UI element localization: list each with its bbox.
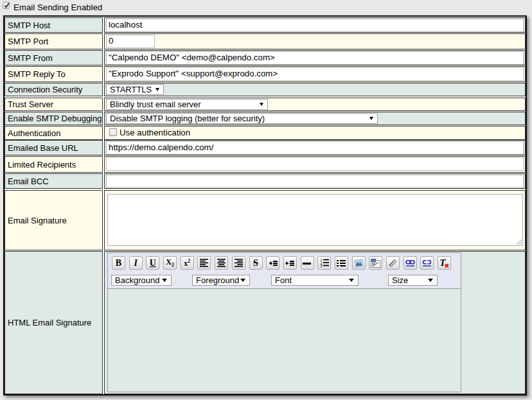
- svg-text:3: 3: [320, 264, 322, 267]
